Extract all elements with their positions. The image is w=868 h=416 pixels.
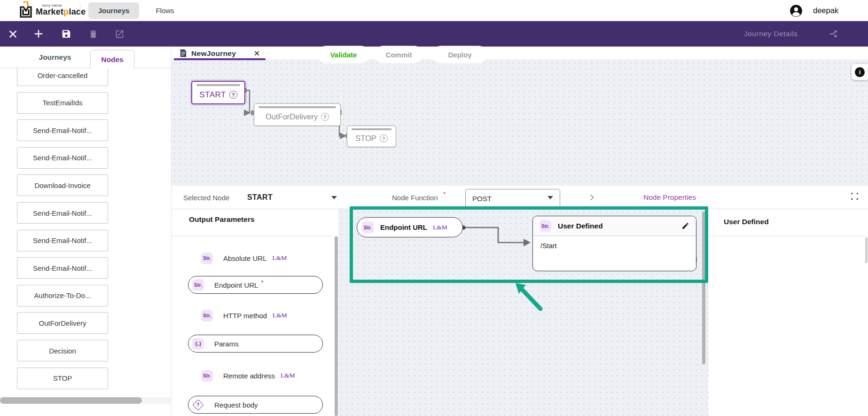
sidebar-node-item[interactable]: Send-Email-Notif...	[17, 147, 108, 169]
save-journey-icon[interactable]	[58, 21, 74, 47]
node-stop-label: STOP	[355, 134, 376, 143]
node-help-icon[interactable]: ?	[321, 113, 329, 121]
output-parameter-row[interactable]: Str.HTTP methodL&M	[188, 306, 323, 324]
marketplace-logo-icon	[19, 1, 33, 18]
parameter-label: HTTP method	[223, 312, 267, 320]
mapping-vscroll-thumb[interactable]	[702, 212, 705, 364]
mapping-canvas[interactable]: Str. Endpoint URL L&M Str. User Defined	[338, 209, 708, 416]
header-divider	[80, 3, 80, 18]
sidebar-node-item[interactable]: STOP	[17, 368, 108, 389]
sidebar-node-item[interactable]: Send-Email-Notif...	[17, 119, 108, 141]
mapping-source-pill[interactable]: Str. Endpoint URL L&M	[357, 217, 463, 237]
node-ofd-label: OutForDelivery	[266, 112, 318, 121]
output-parameter-row[interactable]: Str.Absolute URLL&M	[188, 249, 323, 267]
brand-name: Marketplace	[36, 8, 86, 16]
type-badge-icon: {..}	[192, 338, 204, 350]
app-window: torry harris Marketplace Journeys Flows …	[0, 0, 868, 416]
document-icon	[180, 49, 187, 57]
node-help-icon[interactable]: ?	[229, 91, 237, 99]
mapping-target-header: Str. User Defined	[533, 216, 696, 236]
sidebar-tabs: Journeys Nodes	[0, 47, 172, 68]
sidebar-node-item[interactable]: Download-Invoice	[17, 174, 108, 196]
journey-share-icon[interactable]	[828, 29, 838, 41]
right-vscroll-thumb[interactable]	[865, 237, 868, 263]
stray-text: i	[696, 255, 697, 263]
type-badge-icon: Str.	[201, 370, 213, 382]
required-asterisk: *	[443, 190, 446, 198]
journey-toolbar: Validate Commit Deploy Journey Details	[0, 21, 868, 47]
left-sidebar: Order-cancelledTestEmailIdsSend-Email-No…	[0, 47, 172, 416]
commit-button[interactable]: Commit	[375, 46, 423, 63]
selected-node-dropdown[interactable]: START	[247, 186, 273, 209]
node-help-icon[interactable]: ?	[380, 134, 388, 142]
validate-button[interactable]: Validate	[317, 46, 370, 63]
chevron-down-icon[interactable]	[331, 196, 337, 199]
sidebar-node-item[interactable]: Send-Email-Notif...	[17, 202, 108, 224]
output-parameters-panel: Output Parameters Str.Absolute URLL&MStr…	[172, 209, 338, 416]
canvas-node-stop[interactable]: STOP ?	[347, 126, 396, 147]
journey-tab-label: NewJourney	[191, 49, 236, 58]
params-vscroll-thumb[interactable]	[335, 236, 338, 416]
node-properties-link[interactable]: Node Properties	[618, 186, 721, 209]
main-area: NewJourney START	[172, 47, 868, 416]
sidebar-tab-journeys[interactable]: Journeys	[27, 47, 83, 68]
sidebar-node-item[interactable]: Send-Email-Notif...	[17, 257, 108, 279]
canvas-info-button[interactable]: i	[852, 64, 868, 80]
mapping-target-title: User Defined	[558, 222, 681, 230]
chevron-right-icon	[587, 192, 597, 205]
edit-pencil-icon[interactable]	[681, 222, 689, 230]
type-badge-str: Str.	[540, 220, 551, 232]
info-icon: i	[855, 67, 865, 77]
output-parameter-row[interactable]: ?Request body	[188, 396, 323, 414]
output-parameter-row[interactable]: Str.Remote addressL&M	[188, 367, 323, 385]
chevron-down-icon[interactable]	[547, 196, 553, 199]
add-journey-icon[interactable]	[31, 21, 47, 47]
canvas-node-outfordelivery[interactable]: OutForDelivery ?	[254, 103, 341, 126]
sidebar-node-item[interactable]: Decision	[17, 340, 108, 361]
sidebar-node-item[interactable]: TestEmailIds	[17, 92, 108, 114]
parameter-tag: L&M	[273, 254, 287, 262]
header-tab-journeys[interactable]: Journeys	[88, 2, 139, 19]
parameter-tag: L&M	[273, 312, 287, 319]
canvas-node-start[interactable]: START ?	[191, 81, 245, 104]
type-badge-icon: Str.	[192, 279, 204, 291]
parameter-label: Absolute URL	[223, 254, 267, 262]
user-menu[interactable]: deepak	[790, 0, 838, 21]
type-badge-str: Str.	[362, 221, 374, 233]
output-parameter-row[interactable]: Str.Endpoint URL*	[188, 276, 323, 294]
parameter-label: Remote address	[223, 372, 275, 380]
user-name: deepak	[813, 6, 838, 15]
fullscreen-icon[interactable]	[850, 192, 859, 203]
sidebar-node-item[interactable]: Authorize-To-Do...	[17, 285, 108, 306]
required-asterisk: *	[261, 279, 263, 286]
sidebar-tab-nodes[interactable]: Nodes	[90, 50, 134, 69]
close-tab-icon[interactable]	[254, 50, 260, 56]
sidebar-node-item[interactable]: Send-Email-Notif...	[17, 230, 108, 251]
sidebar-hscroll-thumb[interactable]	[0, 397, 142, 404]
user-defined-title: User Defined	[724, 218, 769, 226]
top-header: torry harris Marketplace Journeys Flows …	[0, 0, 868, 21]
brand-logo: torry harris Marketplace	[19, 1, 86, 18]
annotation-arrow	[523, 290, 540, 309]
open-in-new-icon[interactable]	[111, 21, 127, 47]
panel-divider	[708, 236, 868, 236]
sidebar-node-item[interactable]: OutForDelivery	[17, 312, 108, 334]
delete-journey-icon[interactable]	[85, 21, 101, 47]
node-function-dropdown[interactable]: POST	[465, 189, 560, 208]
selected-node-bar: Selected Node START Node Function * POST…	[172, 186, 868, 209]
header-tab-flows[interactable]: Flows	[149, 2, 181, 19]
mapping-target-card[interactable]: Str. User Defined /Start	[532, 216, 696, 271]
type-badge-icon: Str.	[201, 252, 213, 264]
type-badge-diamond-icon: ?	[192, 399, 203, 410]
deploy-button[interactable]: Deploy	[432, 46, 487, 63]
user-avatar-icon	[790, 4, 803, 17]
output-parameter-row[interactable]: {..}Params	[188, 335, 323, 353]
parameter-tag: L&M	[281, 372, 295, 379]
mapping-target-value[interactable]: /Start	[533, 236, 696, 256]
parameter-label: Endpoint URL	[214, 281, 258, 289]
close-journey-icon[interactable]	[5, 21, 21, 47]
node-function-value: POST	[472, 195, 492, 203]
journey-canvas[interactable]: START ? OutForDelivery ? STOP ? i	[172, 60, 868, 186]
user-defined-panel: User Defined	[708, 209, 868, 416]
mapping-source-label: Endpoint URL	[380, 223, 427, 231]
